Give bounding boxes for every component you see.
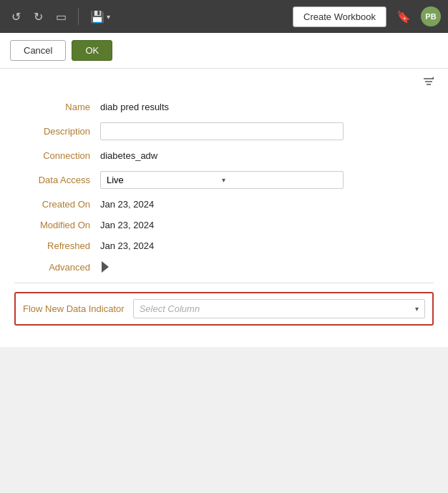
data-access-row: Data Access Live ▾ — [14, 171, 434, 189]
save-button[interactable]: 💾 ▾ — [86, 7, 115, 26]
create-workbook-button[interactable]: Create Workbook — [293, 6, 386, 27]
filter-bar — [0, 69, 448, 96]
description-input[interactable] — [100, 122, 344, 140]
connection-value: diabetes_adw — [100, 150, 157, 161]
dialog-container: Cancel OK Name diab pred results Descrip… — [0, 33, 448, 347]
connection-label: Connection — [14, 150, 100, 161]
data-access-value: Live — [107, 175, 222, 185]
form-area: Name diab pred results Description Conne… — [0, 96, 448, 347]
name-value: diab pred results — [100, 102, 169, 112]
action-bar: Cancel OK — [0, 33, 448, 69]
refreshed-row: Refreshed Jan 23, 2024 — [14, 240, 434, 251]
refreshed-label: Refreshed — [14, 240, 100, 251]
modified-on-row: Modified On Jan 23, 2024 — [14, 220, 434, 230]
advanced-label: Advanced — [14, 262, 100, 273]
present-button[interactable]: ▭ — [52, 7, 71, 26]
toolbar-separator — [78, 8, 79, 25]
flow-indicator-row: Flow New Data Indicator Select Column ▾ — [14, 292, 434, 326]
data-access-caret: ▾ — [222, 176, 337, 184]
flow-indicator-caret: ▾ — [415, 305, 419, 313]
save-icon: 💾 — [90, 10, 104, 24]
connection-row: Connection diabetes_adw — [14, 150, 434, 161]
flow-indicator-placeholder: Select Column — [140, 303, 415, 314]
undo-button[interactable]: ↺ — [7, 7, 25, 26]
ok-button[interactable]: OK — [72, 40, 112, 61]
name-label: Name — [14, 102, 100, 112]
filter-button[interactable] — [419, 74, 438, 93]
avatar[interactable]: PB — [421, 6, 441, 26]
advanced-row: Advanced — [14, 261, 434, 273]
description-label: Description — [14, 126, 100, 137]
created-on-value: Jan 23, 2024 — [100, 199, 154, 210]
name-row: Name diab pred results — [14, 102, 434, 112]
save-caret: ▾ — [107, 13, 110, 21]
flow-indicator-label: Flow New Data Indicator — [23, 303, 125, 314]
description-row: Description — [14, 122, 434, 140]
redo-button[interactable]: ↻ — [29, 7, 47, 26]
section-divider — [14, 283, 434, 283]
toolbar: ↺ ↻ ▭ 💾 ▾ Create Workbook 🔖 PB — [0, 0, 448, 33]
created-on-row: Created On Jan 23, 2024 — [14, 199, 434, 210]
flow-indicator-select[interactable]: Select Column ▾ — [133, 299, 425, 318]
modified-on-value: Jan 23, 2024 — [100, 220, 154, 230]
modified-on-label: Modified On — [14, 220, 100, 230]
refreshed-value: Jan 23, 2024 — [100, 240, 154, 251]
advanced-toggle[interactable] — [102, 261, 109, 273]
data-access-select[interactable]: Live ▾ — [100, 171, 344, 189]
bookmark-button[interactable]: 🔖 — [392, 7, 415, 26]
filter-icon — [422, 76, 435, 89]
toolbar-icons: ↺ ↻ ▭ 💾 ▾ — [7, 7, 115, 26]
data-access-label: Data Access — [14, 175, 100, 185]
created-on-label: Created On — [14, 199, 100, 210]
cancel-button[interactable]: Cancel — [10, 40, 66, 61]
